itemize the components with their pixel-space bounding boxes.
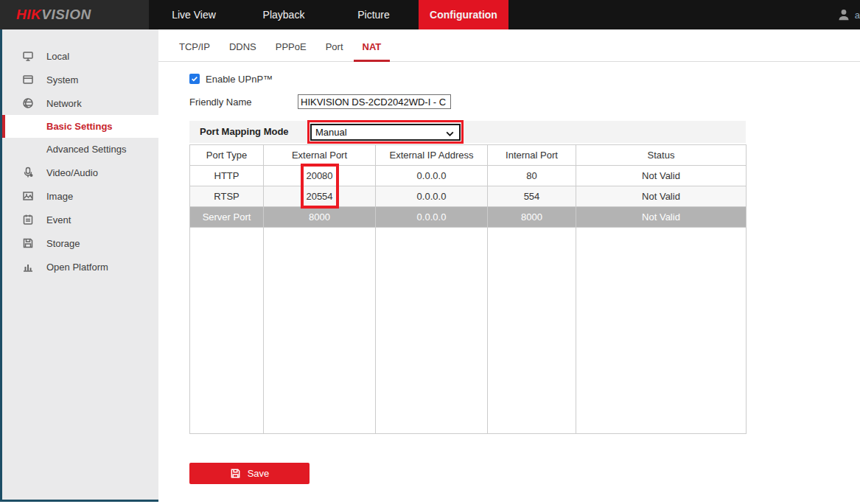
cell-internal-port: 8000 — [488, 207, 576, 228]
nav-configuration[interactable]: Configuration — [419, 0, 508, 29]
port-mapping-mode-value: Manual — [315, 127, 347, 138]
sidebar-item-system[interactable]: System — [2, 68, 158, 91]
sidebar-item-network[interactable]: Network — [2, 91, 158, 115]
user-area[interactable]: a — [837, 0, 860, 29]
cell-internal-port: 554 — [488, 186, 576, 207]
tab-nat[interactable]: NAT — [354, 29, 391, 62]
sidebar-item-label: Basic Settings — [46, 121, 113, 132]
header-port-type: Port Type — [190, 145, 264, 166]
sidebar-item-label: Local — [46, 51, 69, 62]
cell-status: Not Valid — [576, 186, 747, 207]
table-row-rtsp[interactable]: RTSP 20554 0.0.0.0 554 Not Valid — [190, 186, 747, 207]
header-external-ip: External IP Address — [376, 145, 488, 166]
sidebar-item-label: System — [46, 74, 78, 85]
globe-icon — [22, 97, 34, 109]
table-row-http[interactable]: HTTP 20080 0.0.0.0 80 Not Valid — [190, 166, 747, 186]
floppy-icon — [22, 237, 34, 249]
sidebar-item-label: Video/Audio — [46, 167, 98, 178]
tab-port[interactable]: Port — [317, 29, 352, 62]
sidebar-item-storage[interactable]: Storage — [2, 231, 158, 255]
hikvision-config-page: HIKVISION Live View Playback Picture Con… — [0, 0, 860, 504]
save-button[interactable]: Save — [189, 463, 310, 484]
topbar-spacer — [508, 0, 837, 29]
sidebar-item-image[interactable]: Image — [2, 184, 158, 208]
person-icon — [837, 8, 850, 21]
microphone-icon — [22, 167, 34, 178]
enable-upnp-label: Enable UPnP™ — [206, 74, 273, 85]
monitor-icon — [22, 50, 34, 62]
port-mapping-mode-label: Port Mapping Mode — [200, 121, 289, 143]
sidebar-item-label: Advanced Settings — [46, 144, 126, 155]
settings-tabs: TCP/IP DDNS PPPoE Port NAT — [158, 29, 860, 62]
logo-area: HIKVISION — [0, 0, 149, 29]
image-icon — [22, 190, 34, 202]
calendar-icon — [22, 214, 34, 225]
chevron-down-icon — [445, 129, 455, 141]
cell-external-ip: 0.0.0.0 — [376, 186, 488, 207]
bar-chart-icon — [22, 261, 34, 273]
sidebar: Local System Network Basic Settings Adva… — [0, 29, 158, 502]
nav-playback[interactable]: Playback — [239, 0, 329, 29]
friendly-name-row: Friendly Name — [189, 94, 860, 109]
check-icon — [191, 75, 198, 83]
username-text: a — [855, 10, 860, 21]
cell-port-type: HTTP — [190, 166, 264, 186]
sidebar-item-label: Image — [46, 191, 73, 202]
cell-status: Not Valid — [576, 207, 747, 228]
port-mapping-table: Port Type External Port External IP Addr… — [189, 144, 747, 434]
tab-pppoe[interactable]: PPPoE — [267, 29, 315, 62]
sidebar-item-label: Storage — [46, 238, 80, 249]
nav-live-view[interactable]: Live View — [149, 0, 239, 29]
enable-upnp-checkbox[interactable] — [189, 74, 200, 84]
sidebar-item-label: Open Platform — [46, 262, 108, 273]
sidebar-item-advanced-settings[interactable]: Advanced Settings — [2, 138, 158, 161]
sidebar-item-video-audio[interactable]: Video/Audio — [2, 161, 158, 184]
cell-external-port: 20080 — [264, 166, 376, 186]
cell-port-type: Server Port — [190, 207, 264, 228]
top-navigation-bar: HIKVISION Live View Playback Picture Con… — [0, 0, 860, 29]
cell-external-ip: 0.0.0.0 — [376, 166, 488, 186]
table-header-row: Port Type External Port External IP Addr… — [190, 145, 747, 166]
cell-status: Not Valid — [576, 166, 747, 186]
cell-external-port: 8000 — [264, 207, 376, 228]
enable-upnp-row: Enable UPnP™ — [189, 73, 860, 85]
tab-ddns[interactable]: DDNS — [220, 29, 265, 62]
table-empty-area — [190, 228, 747, 434]
logo-part-gray: VISION — [41, 7, 91, 22]
cell-port-type: RTSP — [190, 186, 264, 207]
save-floppy-icon — [230, 468, 241, 479]
sidebar-item-label: Event — [46, 214, 71, 225]
save-button-label: Save — [248, 468, 270, 479]
friendly-name-input[interactable] — [298, 94, 451, 109]
sidebar-item-label: Network — [46, 98, 82, 109]
table-row-server-port[interactable]: Server Port 8000 0.0.0.0 8000 Not Valid — [190, 207, 747, 228]
hikvision-logo: HIKVISION — [16, 7, 91, 23]
sidebar-item-open-platform[interactable]: Open Platform — [2, 255, 158, 279]
sidebar-item-event[interactable]: Event — [2, 208, 158, 231]
cell-internal-port: 80 — [488, 166, 576, 186]
window-icon — [22, 74, 34, 85]
header-status: Status — [576, 145, 747, 166]
logo-part-red: HIK — [16, 7, 41, 22]
sidebar-item-local[interactable]: Local — [2, 44, 158, 68]
content-area: TCP/IP DDNS PPPoE Port NAT Enable UPnP™ … — [158, 29, 860, 504]
sidebar-item-basic-settings[interactable]: Basic Settings — [2, 115, 158, 138]
header-internal-port: Internal Port — [488, 145, 576, 166]
tab-tcpip[interactable]: TCP/IP — [170, 29, 219, 62]
cell-external-ip: 0.0.0.0 — [376, 207, 488, 228]
nat-form: Enable UPnP™ Friendly Name Port Mapping … — [158, 73, 860, 484]
friendly-name-label: Friendly Name — [189, 97, 298, 108]
header-external-port: External Port — [264, 145, 376, 166]
nav-picture[interactable]: Picture — [329, 0, 419, 29]
cell-external-port: 20554 — [264, 186, 376, 207]
port-mapping-mode-select[interactable]: Manual — [310, 124, 461, 141]
port-table-wrap: Port Type External Port External IP Addr… — [189, 144, 746, 434]
port-mapping-mode-row: Port Mapping Mode Manual — [189, 121, 746, 143]
